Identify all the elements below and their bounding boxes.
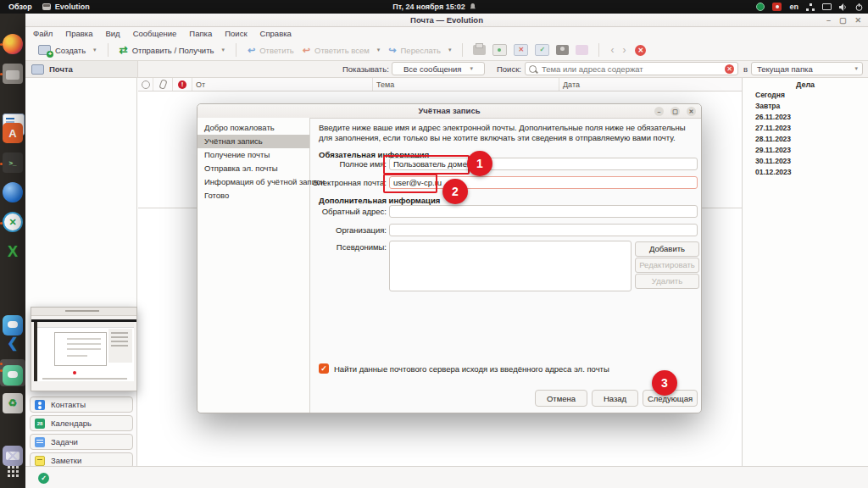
stop-icon[interactable]: ✕: [635, 45, 646, 56]
wizard-step-sending[interactable]: Отправка эл. почты: [198, 162, 309, 175]
show-filter-dropdown[interactable]: Все сообщения ▾: [392, 62, 485, 75]
mark-read-icon[interactable]: [535, 44, 549, 56]
print-icon[interactable]: [473, 45, 486, 55]
clear-search-icon[interactable]: ✕: [725, 64, 734, 74]
column-importance[interactable]: [173, 78, 192, 91]
files-icon[interactable]: [3, 64, 23, 84]
todo-item-date[interactable]: 26.11.2023: [743, 111, 868, 122]
column-subject[interactable]: Тема: [373, 78, 559, 91]
search-input[interactable]: [540, 64, 721, 75]
firefox-icon[interactable]: [3, 34, 23, 54]
search-scope-dropdown[interactable]: Текущая папка ▾: [751, 62, 863, 75]
back-button[interactable]: Назад: [592, 390, 638, 407]
todo-item-date[interactable]: 28.11.2023: [743, 133, 868, 144]
dialog-maximize-icon[interactable]: ▢: [670, 107, 680, 116]
junk-icon[interactable]: [556, 45, 569, 55]
server-lookup-checkbox[interactable]: [319, 363, 329, 374]
annotation-step-3: 3: [652, 370, 677, 396]
column-date[interactable]: Дата: [559, 78, 742, 91]
todo-item-date[interactable]: 01.12.2023: [743, 166, 868, 177]
alias-edit-button[interactable]: Редактировать: [635, 258, 699, 273]
green-app-indicator-icon[interactable]: [756, 3, 765, 11]
delete-message-icon[interactable]: [514, 44, 528, 56]
send-receive-button[interactable]: ⇄ Отправить / Получить ▾: [115, 42, 229, 58]
evolution-app-icon: [42, 3, 51, 10]
volume-icon[interactable]: [839, 3, 848, 11]
column-read-status[interactable]: [138, 78, 153, 91]
wizard-step-summary[interactable]: Информация об учётной записи: [198, 175, 309, 189]
reply-to-input[interactable]: [389, 205, 698, 218]
dialog-minimize-icon[interactable]: –: [654, 107, 664, 116]
wizard-step-receiving[interactable]: Получение почты: [198, 148, 309, 162]
xshell-icon[interactable]: X: [3, 241, 23, 262]
message-list-headers: От Тема Дата: [138, 78, 742, 92]
menu-search[interactable]: Поиск: [225, 29, 247, 38]
remote-desktop-icon[interactable]: ✕: [3, 212, 23, 232]
reply-button[interactable]: ↩ Ответить: [243, 42, 298, 58]
dialog-titlebar[interactable]: Учётная запись: [198, 104, 701, 119]
column-attachment[interactable]: [153, 78, 173, 91]
focused-app-menu[interactable]: Evolution: [42, 3, 90, 11]
menu-edit[interactable]: Правка: [65, 29, 92, 38]
forward-button[interactable]: ↪ Переслать ▾: [384, 42, 455, 58]
keyboard-layout-indicator[interactable]: en: [789, 3, 798, 11]
network-icon[interactable]: [806, 3, 815, 11]
archive-icon[interactable]: [492, 44, 507, 56]
alias-remove-button[interactable]: Удалить: [635, 274, 699, 289]
todo-item-today[interactable]: Сегодня: [743, 89, 868, 100]
window-preview-thumbnail[interactable]: [31, 307, 137, 391]
switcher-contacts-button[interactable]: Контакты: [30, 396, 133, 413]
column-from[interactable]: От: [192, 78, 373, 91]
switcher-calendar-button[interactable]: 28 Календарь: [30, 415, 133, 431]
menu-file[interactable]: Файл: [33, 29, 53, 38]
trash-icon[interactable]: ♻: [3, 393, 23, 413]
switcher-tasks-button[interactable]: Задачи: [30, 434, 133, 450]
todo-item-date[interactable]: 27.11.2023: [743, 122, 868, 133]
wizard-step-identity[interactable]: Учётная запись: [198, 135, 309, 148]
online-status-icon[interactable]: [38, 473, 49, 484]
read-status-icon: [142, 80, 150, 89]
todo-item-date[interactable]: 30.11.2023: [743, 155, 868, 166]
menu-help[interactable]: Справка: [260, 29, 292, 38]
wizard-step-welcome[interactable]: Добро пожаловать: [198, 121, 309, 135]
chevron-down-icon[interactable]: ▾: [93, 47, 97, 53]
todo-item-date[interactable]: 29.11.2023: [743, 144, 868, 155]
system-tray[interactable]: en: [756, 3, 863, 11]
reply-all-button[interactable]: ↩ Ответить всем ▾: [298, 42, 385, 58]
next-message-icon[interactable]: ›: [618, 44, 630, 56]
minimize-icon[interactable]: –: [826, 15, 831, 25]
todo-item-tomorrow[interactable]: Завтра: [743, 100, 868, 111]
show-applications-icon[interactable]: [3, 461, 23, 481]
terminal-icon[interactable]: >_: [3, 152, 23, 173]
power-icon[interactable]: [855, 3, 863, 11]
menu-folder[interactable]: Папка: [189, 29, 212, 38]
cancel-button[interactable]: Отмена: [535, 390, 587, 407]
winbox-icon[interactable]: [3, 182, 23, 202]
search-icon[interactable]: [529, 65, 537, 73]
input-method-icon[interactable]: [822, 3, 832, 10]
wizard-step-done[interactable]: Готово: [198, 189, 309, 202]
mail-view-button[interactable]: Почта: [25, 61, 138, 77]
screen-record-indicator-icon[interactable]: [772, 3, 782, 11]
clock-menu[interactable]: Пт, 24 ноября 15:02: [392, 3, 476, 11]
previous-message-icon[interactable]: ‹: [606, 44, 618, 56]
organization-input[interactable]: [389, 224, 698, 236]
system-top-bar: Обзор Evolution Пт, 24 ноября 15:02 en: [0, 0, 868, 14]
annotation-box-email: [383, 174, 437, 193]
maximize-icon[interactable]: ▢: [839, 15, 847, 25]
window-titlebar[interactable]: Почта — Evolution – ▢ ✕: [25, 14, 868, 27]
alias-add-button[interactable]: Добавить: [635, 241, 699, 257]
dialog-close-icon[interactable]: ✕: [687, 107, 696, 116]
activities-button[interactable]: Обзор: [0, 3, 42, 11]
focused-app-name: Evolution: [55, 3, 90, 11]
menu-view[interactable]: Вид: [105, 29, 120, 38]
aliases-list[interactable]: [389, 241, 632, 291]
new-message-button[interactable]: Создать ▾: [34, 42, 101, 58]
vscode-icon[interactable]: ❮: [3, 332, 23, 352]
not-junk-icon[interactable]: [576, 45, 588, 55]
ubuntu-software-icon[interactable]: A: [3, 123, 23, 143]
chevron-down-icon[interactable]: ▾: [221, 47, 225, 53]
status-bar: [25, 466, 868, 488]
menu-message[interactable]: Сообщение: [133, 29, 177, 38]
close-icon[interactable]: ✕: [854, 15, 861, 25]
